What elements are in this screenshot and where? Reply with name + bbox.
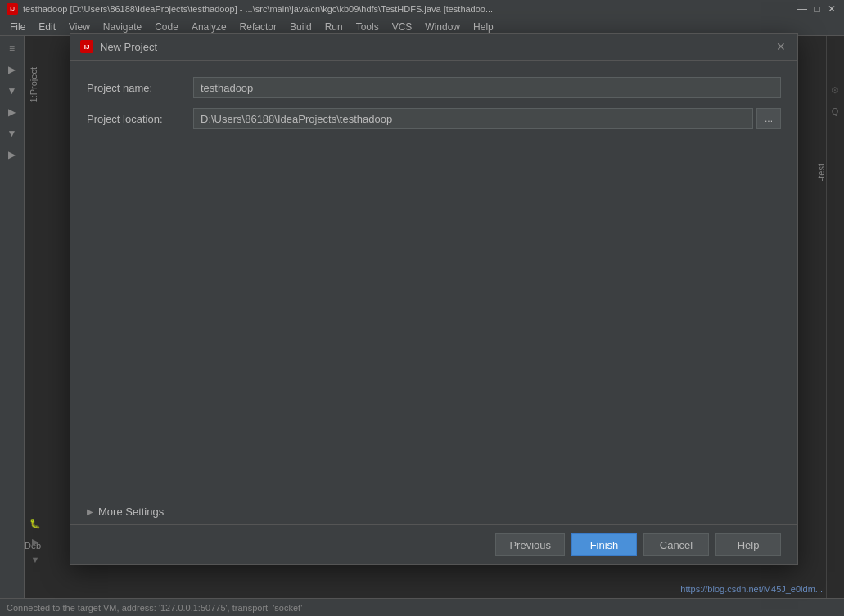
menu-file[interactable]: File (3, 20, 32, 34)
more-settings-label: More Settings (98, 506, 164, 518)
project-name-row: Project name: (87, 77, 781, 98)
project-location-label: Project location: (87, 113, 193, 125)
more-settings-row[interactable]: ▶ More Settings (70, 499, 797, 524)
minimize-button[interactable]: — (797, 3, 808, 15)
project-name-label: Project name: (87, 82, 193, 94)
menu-help[interactable]: Help (467, 20, 500, 34)
status-bar: Connected to the target VM, address: '12… (0, 598, 844, 616)
cancel-button[interactable]: Cancel (643, 533, 709, 556)
sidebar-icon-5[interactable]: ▶ (3, 146, 21, 164)
right-tool-panel: ⚙ Q (826, 82, 844, 119)
project-name-input[interactable] (193, 77, 781, 98)
finish-button[interactable]: Finish (571, 533, 637, 556)
menu-window[interactable]: Window (418, 20, 467, 34)
notification-url: https://blog.csdn.net/M45J_e0ldm... (680, 584, 823, 594)
triangle-icon: ▶ (87, 507, 93, 516)
project-location-input[interactable] (193, 108, 753, 129)
menu-tools[interactable]: Tools (350, 20, 386, 34)
project-location-row: Project location: ... (87, 108, 781, 129)
dialog-close-button[interactable]: ✕ (774, 40, 788, 53)
new-project-dialog: IJ New Project ✕ Project name: Project l… (70, 33, 798, 565)
menu-vcs[interactable]: VCS (386, 20, 419, 34)
previous-button[interactable]: Previous (495, 533, 565, 556)
sidebar-icon-1[interactable]: ▶ (3, 61, 21, 79)
title-text: testhadoop [D:\Users\86188\IdeaProjects\… (23, 4, 797, 14)
browse-button[interactable]: ... (756, 108, 781, 129)
sidebar-icon-3[interactable]: ▶ (3, 103, 21, 121)
status-text: Connected to the target VM, address: '12… (7, 603, 302, 613)
dialog-content-area (87, 139, 781, 483)
menu-analyze[interactable]: Analyze (185, 20, 233, 34)
search-right-icon[interactable]: Q (827, 103, 843, 119)
menu-navigate[interactable]: Navigate (97, 20, 148, 34)
sidebar-icon-4[interactable]: ▼ (3, 124, 21, 142)
dialog-icon: IJ (80, 40, 93, 53)
right-side-label: -test (816, 164, 826, 181)
title-bar: IJ testhadoop [D:\Users\86188\IdeaProjec… (0, 0, 844, 18)
debug-area: 🐛 ▶ ▼ (25, 513, 65, 578)
dialog-body: Project name: Project location: ... (70, 61, 797, 499)
dialog-title: New Project (100, 41, 774, 53)
sidebar-icon-2[interactable]: ▼ (3, 82, 21, 100)
menu-code[interactable]: Code (148, 20, 185, 34)
project-panel-label: 1:Project (29, 67, 38, 102)
url-notification: https://blog.csdn.net/M45J_e0ldm... (677, 580, 826, 598)
close-button[interactable]: ✕ (826, 3, 837, 15)
sidebar-project-icon[interactable]: ≡ (3, 39, 21, 57)
debug-bug-icon[interactable]: 🐛 (28, 516, 43, 531)
left-sidebar: ≡ ▶ ▼ ▶ ▼ ▶ (0, 36, 25, 616)
title-bar-controls: — □ ✕ (797, 3, 837, 15)
menu-edit[interactable]: Edit (32, 20, 62, 34)
menu-view[interactable]: View (62, 20, 97, 34)
settings-icon[interactable]: ⚙ (827, 82, 843, 98)
dialog-titlebar: IJ New Project ✕ (70, 34, 797, 61)
debug-step-icon[interactable]: ▼ (28, 552, 43, 567)
maximize-button[interactable]: □ (811, 3, 823, 15)
menu-build[interactable]: Build (283, 20, 318, 34)
app-icon: IJ (7, 3, 18, 15)
help-button[interactable]: Help (715, 533, 781, 556)
menu-run[interactable]: Run (318, 20, 350, 34)
debug-run-icon[interactable]: ▶ (28, 534, 43, 549)
right-panel (826, 36, 844, 598)
dialog-footer: Previous Finish Cancel Help (70, 524, 797, 564)
menu-refactor[interactable]: Refactor (233, 20, 283, 34)
